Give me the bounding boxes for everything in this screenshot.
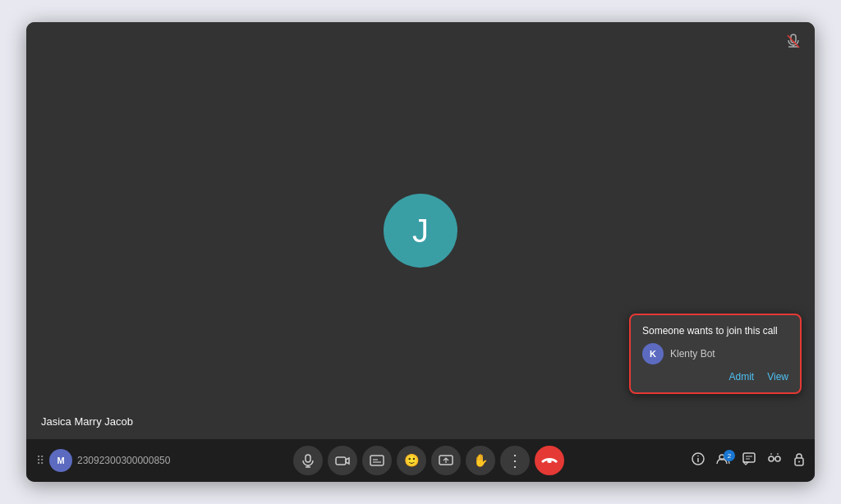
svg-rect-4 [306, 455, 310, 462]
screenshare-button[interactable] [431, 446, 461, 475]
participants-badge: 2 [724, 450, 735, 461]
svg-point-26 [798, 460, 800, 462]
toolbar: ⠿ M 23092300300000850 [26, 439, 815, 482]
svg-point-21 [775, 456, 780, 461]
svg-point-20 [769, 456, 774, 461]
app-window: J Jasica Marry Jacob Someone wants to jo… [26, 22, 815, 482]
notif-actions: Admit View [642, 371, 788, 383]
more-options-button[interactable]: ⋮ [500, 446, 530, 475]
info-button[interactable] [692, 452, 705, 469]
svg-point-14 [697, 456, 699, 457]
toolbar-center: 🙂 ✋ ⋮ [184, 446, 673, 475]
svg-rect-17 [743, 453, 755, 462]
grid-dots-icon[interactable]: ⠿ [36, 454, 44, 467]
video-area: J Jasica Marry Jacob Someone wants to jo… [26, 22, 815, 439]
participants-button[interactable]: 2 [716, 453, 731, 468]
admit-button[interactable]: Admit [729, 371, 755, 383]
notif-user-row: K Klenty Bot [642, 343, 788, 364]
emoji-button[interactable]: 🙂 [397, 446, 426, 475]
mic-button[interactable] [293, 446, 323, 475]
notif-username: Klenty Bot [670, 348, 715, 360]
raise-hand-button[interactable]: ✋ [466, 446, 495, 475]
camera-button[interactable] [328, 446, 357, 475]
user-avatar: M [49, 449, 72, 472]
notif-title: Someone wants to join this call [642, 325, 788, 337]
chat-button[interactable] [742, 452, 756, 469]
join-notification: Someone wants to join this call K Klenty… [629, 314, 802, 394]
view-button[interactable]: View [767, 371, 788, 383]
svg-rect-8 [370, 456, 384, 465]
participant-name: Jasica Marry Jacob [41, 415, 133, 428]
svg-rect-7 [336, 457, 346, 465]
activities-button[interactable] [767, 452, 782, 469]
lock-button[interactable] [793, 452, 805, 470]
mic-off-icon [787, 34, 800, 52]
end-call-button[interactable] [535, 446, 564, 475]
captions-button[interactable] [362, 446, 392, 475]
participant-avatar: J [384, 194, 457, 268]
toolbar-left: ⠿ M 23092300300000850 [36, 449, 184, 472]
call-id: 23092300300000850 [77, 455, 170, 466]
notif-user-avatar: K [642, 343, 664, 364]
toolbar-right: 2 [673, 452, 805, 470]
